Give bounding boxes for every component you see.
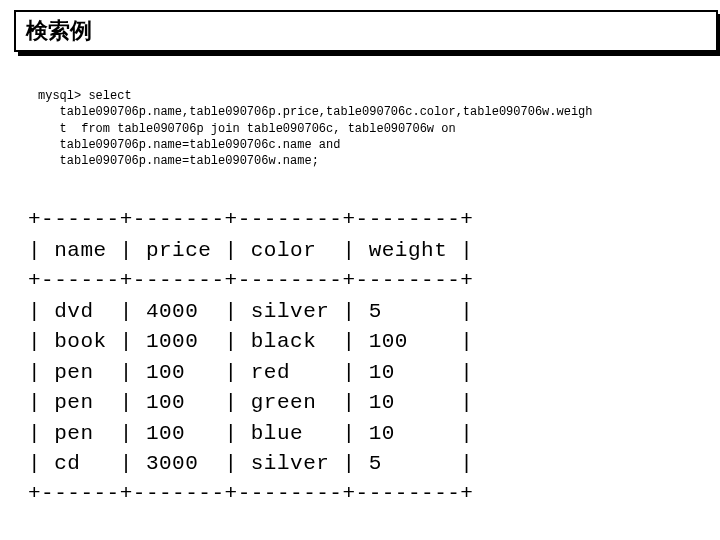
table-sep-mid: +------+-------+--------+--------+ <box>28 269 473 292</box>
table-row: | dvd | 4000 | silver | 5 | <box>28 300 473 323</box>
sql-line-2: table090706p.name,table090706p.price,tab… <box>38 105 593 119</box>
title-box: 検索例 <box>14 10 718 52</box>
sql-line-5: table090706p.name=table090706w.name; <box>38 154 319 168</box>
table-row: | book | 1000 | black | 100 | <box>28 330 473 353</box>
table-row: | pen | 100 | red | 10 | <box>28 361 473 384</box>
table-sep-top: +------+-------+--------+--------+ <box>28 208 473 231</box>
table-row: | cd | 3000 | silver | 5 | <box>28 452 473 475</box>
sql-query-block: mysql> select table090706p.name,table090… <box>38 72 698 169</box>
table-header: | name | price | color | weight | <box>28 239 473 262</box>
page-title: 検索例 <box>26 20 92 45</box>
table-row: | pen | 100 | green | 10 | <box>28 391 473 414</box>
result-table: +------+-------+--------+--------+ | nam… <box>28 175 473 510</box>
table-sep-bot: +------+-------+--------+--------+ <box>28 482 473 505</box>
table-row: | pen | 100 | blue | 10 | <box>28 422 473 445</box>
sql-line-3: t from table090706p join table090706c, t… <box>38 122 456 136</box>
sql-line-4: table090706p.name=table090706c.name and <box>38 138 340 152</box>
sql-line-1: mysql> select <box>38 89 132 103</box>
